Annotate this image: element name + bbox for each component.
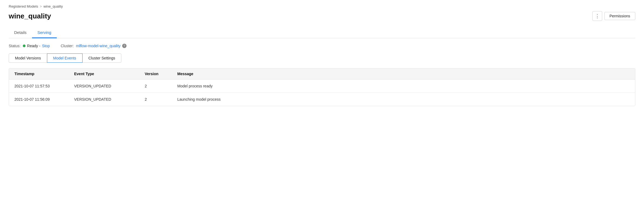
cluster-label: Cluster: [61,44,74,48]
cell-timestamp-1: 2021-10-07 11:57:53 [14,84,74,88]
status-value: Ready - Stop [23,44,50,48]
breadcrumb: Registered Models > wine_quality [9,4,635,8]
status-dot [23,45,26,47]
table-header: Timestamp Event Type Version Message [9,68,635,80]
page-header: wine_quality ⋮ Permissions [9,11,635,21]
status-ready-text: Ready - [27,44,40,48]
col-header-message: Message [177,72,630,76]
sub-tab-cluster-settings[interactable]: Cluster Settings [82,53,122,63]
cell-message-1: Model process ready [177,84,630,88]
status-row: Status: Ready - Stop Cluster: mlflow-mod… [9,44,635,48]
cluster-link[interactable]: mlflow-model-wine_quality [76,44,121,48]
sub-tab-model-events[interactable]: Model Events [47,53,83,63]
cell-message-2: Launching model process [177,97,630,102]
sub-tabs: Model Versions Model Events Cluster Sett… [9,53,635,63]
tab-serving[interactable]: Serving [32,27,57,38]
status-label: Status: [9,44,21,48]
cell-version-1: 2 [145,84,177,88]
breadcrumb-separator: > [40,4,42,8]
events-table: Timestamp Event Type Version Message 202… [9,68,635,106]
table-row: 2021-10-07 11:57:53 VERSION_UPDATED 2 Mo… [9,80,635,93]
col-header-event-type: Event Type [74,72,145,76]
cell-version-2: 2 [145,97,177,102]
cluster-value: mlflow-model-wine_quality ? [76,44,127,48]
col-header-timestamp: Timestamp [14,72,74,76]
permissions-button[interactable]: Permissions [604,12,635,20]
breadcrumb-current: wine_quality [43,4,63,8]
stop-link[interactable]: Stop [42,44,50,48]
more-options-button[interactable]: ⋮ [592,11,602,21]
col-header-version: Version [145,72,177,76]
sub-tab-model-versions[interactable]: Model Versions [9,53,47,63]
header-actions: ⋮ Permissions [592,11,635,21]
tab-details[interactable]: Details [9,27,32,38]
cell-event-type-1: VERSION_UPDATED [74,84,145,88]
page-title: wine_quality [9,12,51,20]
table-row: 2021-10-07 11:56:09 VERSION_UPDATED 2 La… [9,93,635,106]
breadcrumb-parent[interactable]: Registered Models [9,4,38,8]
main-tabs: Details Serving [9,27,635,38]
help-icon[interactable]: ? [122,44,127,48]
cell-timestamp-2: 2021-10-07 11:56:09 [14,97,74,102]
cell-event-type-2: VERSION_UPDATED [74,97,145,102]
